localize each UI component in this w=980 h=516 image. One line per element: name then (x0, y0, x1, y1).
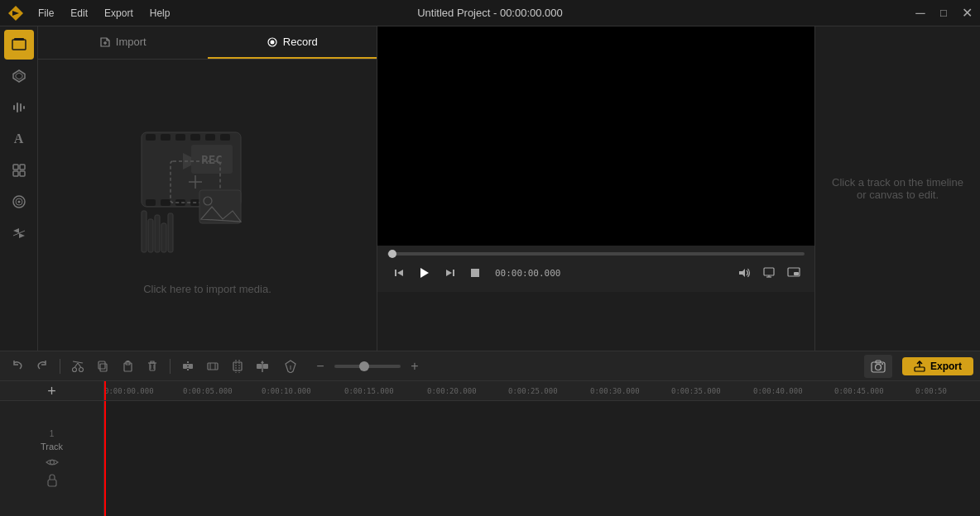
next-frame-button[interactable] (439, 261, 462, 284)
ruler-mark-5: 0:00:05.000 (183, 387, 233, 395)
timeline-ruler: + 0:00:00.000 0:00:05.000 0:00:10.000 0:… (0, 381, 980, 401)
titlebar: File Edit Export Help Untitled Project -… (0, 0, 980, 26)
menu-export[interactable]: Export (101, 6, 137, 21)
undo-button[interactable] (7, 356, 28, 377)
svg-rect-25 (205, 134, 215, 141)
progress-bar[interactable] (387, 252, 805, 256)
minimize-button[interactable]: ─ (914, 7, 927, 20)
volume-icon (737, 266, 751, 280)
media-import-area[interactable]: REC Click here to import media. (38, 60, 377, 351)
zoom-slider[interactable] (334, 365, 401, 368)
fullscreen-button[interactable] (758, 262, 780, 284)
menu-help[interactable]: Help (147, 6, 174, 21)
svg-rect-24 (190, 134, 200, 141)
track-visibility-button[interactable] (45, 455, 60, 470)
toolbar-sep-1 (60, 359, 60, 374)
copy-button[interactable] (92, 356, 113, 377)
svg-rect-65 (98, 361, 105, 369)
track-content[interactable] (104, 401, 980, 516)
export-label: Export (930, 361, 962, 372)
sidebar-item-media[interactable] (4, 30, 34, 60)
export-icon (914, 361, 925, 372)
trim-button[interactable] (202, 356, 223, 377)
zoom-plus-icon: + (411, 359, 418, 374)
cut-button[interactable] (67, 356, 89, 377)
svg-rect-68 (127, 361, 129, 362)
timecode-display: 00:00:00.000 (495, 268, 560, 279)
import-graphic: REC (125, 116, 291, 273)
pip-button[interactable] (783, 262, 805, 284)
svg-rect-28 (161, 199, 171, 206)
svg-rect-12 (13, 171, 18, 176)
cut-icon (71, 360, 84, 373)
delete-button[interactable] (142, 356, 163, 377)
add-track-icon: + (47, 383, 56, 400)
zoom-in-button[interactable]: + (406, 357, 424, 375)
close-button[interactable]: ✕ (960, 7, 973, 20)
split-button[interactable] (177, 356, 199, 377)
svg-marker-48 (397, 270, 403, 276)
svg-rect-73 (189, 364, 193, 369)
ruler-marks-area: 0:00:00.000 0:00:05.000 0:00:10.000 0:00… (104, 381, 980, 400)
tab-record[interactable]: Record (208, 26, 377, 59)
svg-rect-81 (257, 364, 262, 369)
svg-rect-43 (148, 219, 153, 252)
stop-button[interactable] (464, 261, 487, 284)
sidebar-item-overlays[interactable] (4, 61, 34, 91)
right-panel-hint: Click a track on the timeline or canvas … (832, 176, 963, 201)
svg-rect-91 (915, 367, 925, 371)
crop-icon (231, 360, 244, 373)
trim-icon (206, 360, 219, 373)
progress-handle[interactable] (388, 250, 396, 258)
ruler-mark-40: 0:00:40.000 (753, 387, 803, 395)
ruler-mark-15: 0:00:15.000 (344, 387, 394, 395)
maximize-button[interactable]: □ (937, 7, 950, 20)
svg-rect-3 (14, 38, 24, 41)
video-controls: 00:00:00.000 (377, 246, 814, 292)
titlebar-left: File Edit Export Help (7, 4, 173, 22)
split-playhead-icon (256, 360, 269, 373)
record-icon (267, 36, 278, 48)
svg-rect-22 (161, 134, 171, 141)
sidebar-item-text[interactable]: A (4, 124, 34, 154)
marker-button[interactable] (280, 356, 301, 377)
menu-file[interactable]: File (35, 6, 57, 21)
prev-frame-button[interactable] (387, 261, 411, 284)
menu-edit[interactable]: Edit (67, 6, 91, 21)
paste-button[interactable] (117, 356, 138, 377)
svg-rect-75 (208, 363, 218, 370)
svg-rect-72 (183, 364, 187, 369)
snapshot-button[interactable] (864, 355, 892, 378)
svg-rect-39 (199, 190, 241, 223)
ruler-mark-45: 0:00:45.000 (834, 387, 884, 395)
controls-left: 00:00:00.000 (387, 260, 560, 285)
import-icon (99, 36, 111, 48)
sidebar-item-transitions[interactable] (4, 218, 34, 248)
svg-text:REC: REC (201, 153, 222, 166)
tab-import[interactable]: Import (38, 26, 208, 59)
play-button[interactable] (412, 260, 437, 285)
sidebar-item-audio[interactable] (4, 93, 34, 122)
window-title: Untitled Project - 00:00:00.000 (417, 7, 563, 19)
crop-button[interactable] (227, 356, 248, 377)
redo-button[interactable] (31, 356, 53, 377)
stop-icon (470, 268, 480, 278)
svg-rect-7 (17, 103, 18, 112)
svg-rect-11 (20, 165, 25, 170)
sidebar-item-templates[interactable] (4, 155, 34, 185)
svg-rect-26 (220, 134, 230, 141)
svg-rect-64 (100, 364, 107, 371)
svg-rect-42 (142, 211, 147, 252)
zoom-handle[interactable] (359, 361, 369, 371)
track-label: Track (41, 442, 63, 452)
split-icon (181, 360, 195, 373)
svg-point-88 (875, 364, 881, 370)
zoom-out-button[interactable]: − (311, 357, 329, 375)
redo-icon (36, 360, 49, 373)
volume-button[interactable] (733, 262, 755, 284)
export-button[interactable]: Export (902, 357, 973, 375)
split-at-playhead-button[interactable] (252, 356, 273, 377)
track-lock-button[interactable] (45, 473, 60, 488)
sidebar-item-effects[interactable] (4, 187, 34, 217)
add-track-button[interactable]: + (0, 381, 104, 401)
